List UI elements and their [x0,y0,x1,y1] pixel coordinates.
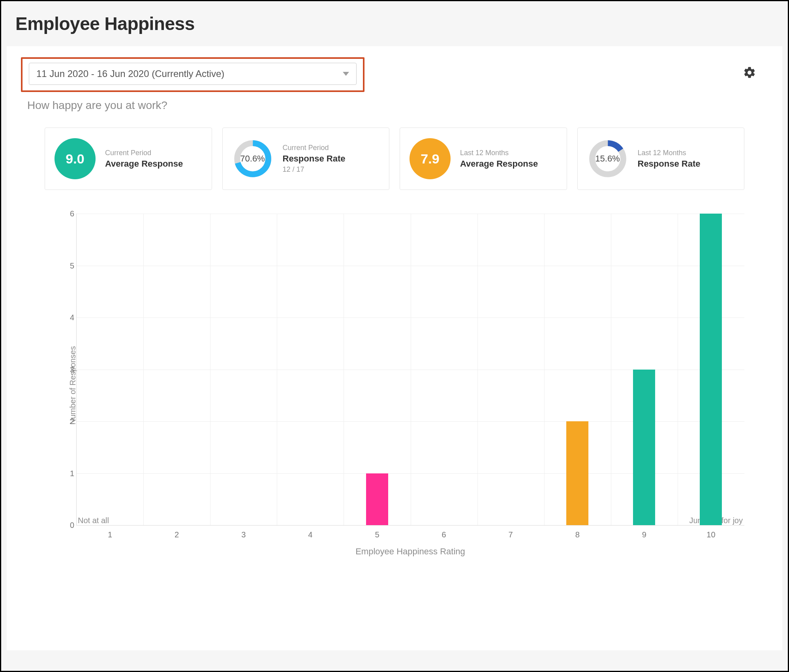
x-tick: 8 [575,530,580,539]
y-tick: 6 [61,209,74,218]
kpi-metric-label: Average Response [105,159,183,169]
x-tick: 1 [108,530,112,539]
chart-container: Number of Responses 012345612345678910 N… [21,214,768,557]
y-tick: 5 [61,261,74,270]
x-tick: 6 [441,530,446,539]
kpi-period-label: Current Period [105,149,183,157]
survey-question: How happy are you at work? [27,99,768,112]
chevron-down-icon [343,72,349,76]
chart-bar [566,421,588,525]
chart-bar [366,473,388,526]
kpi-value-circle: 9.0 [54,138,96,179]
y-tick: 0 [61,521,74,530]
x-tick: 9 [642,530,646,539]
x-axis-title: Employee Happiness Rating [76,546,744,557]
page-title: Employee Happiness [15,13,782,34]
period-select[interactable]: 11 Jun 2020 - 16 Jun 2020 (Currently Act… [29,63,357,85]
period-select-highlight: 11 Jun 2020 - 16 Jun 2020 (Currently Act… [21,57,364,92]
kpi-row: 9.0 Current Period Average Response 70.6… [21,128,768,190]
kpi-last12-response-rate: 15.6% Last 12 Months Response Rate [577,128,745,190]
period-select-value: 11 Jun 2020 - 16 Jun 2020 (Currently Act… [36,68,224,79]
chart-bar [700,214,722,525]
kpi-last12-average: 7.9 Last 12 Months Average Response [400,128,567,190]
kpi-period-label: Current Period [283,144,346,152]
kpi-value-circle: 7.9 [410,138,451,179]
kpi-donut: 15.6% [587,138,628,179]
y-tick: 1 [61,469,74,478]
x-tick: 5 [375,530,379,539]
kpi-period-label: Last 12 Months [460,149,538,157]
kpi-period-label: Last 12 Months [638,149,701,157]
x-tick: 7 [509,530,513,539]
happiness-panel: 11 Jun 2020 - 16 Jun 2020 (Currently Act… [7,46,782,650]
kpi-metric-label: Response Rate [638,159,701,169]
x-tick: 2 [175,530,179,539]
y-tick: 4 [61,313,74,322]
chart-bar [633,370,655,526]
kpi-current-response-rate: 70.6% Current Period Response Rate 12 / … [222,128,390,190]
kpi-metric-label: Average Response [460,159,538,169]
kpi-current-average: 9.0 Current Period Average Response [45,128,212,190]
gear-icon[interactable] [743,66,756,79]
kpi-metric-label: Response Rate [283,154,346,164]
kpi-donut-label: 70.6% [240,154,265,164]
x-tick: 10 [706,530,715,539]
kpi-sub-label: 12 / 17 [283,165,346,174]
y-tick: 2 [61,417,74,426]
x-tick: 4 [308,530,312,539]
x-tick: 3 [241,530,246,539]
bar-chart: 012345612345678910 [76,214,744,526]
kpi-donut-label: 15.6% [595,154,620,164]
y-tick: 3 [61,365,74,374]
kpi-donut: 70.6% [232,138,273,179]
